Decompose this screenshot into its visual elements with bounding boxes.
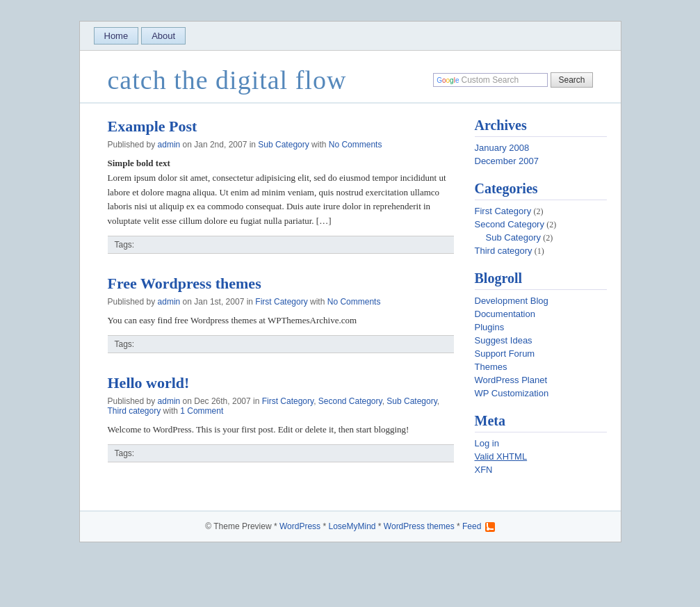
google-logo: Google	[437, 76, 459, 84]
meta-date-themes: on Jan 1st, 2007 in	[183, 297, 256, 307]
meta-category-themes[interactable]: First Category	[255, 297, 307, 307]
meta-prefix: Published by	[108, 140, 158, 149]
footer-feed[interactable]: Feed	[462, 521, 481, 531]
sidebar-blogroll: Blogroll Development Blog Documentation …	[475, 270, 607, 399]
cat-sub[interactable]: Sub Category	[486, 232, 542, 243]
meta-login[interactable]: Log in	[475, 438, 499, 448]
list-item: Second Category (2)	[475, 219, 607, 230]
archives-list: January 2008 December 2007	[475, 143, 607, 167]
cat-first[interactable]: First Category	[475, 206, 532, 216]
sidebar-categories: Categories First Category (2) Second Cat…	[475, 181, 607, 257]
meta-author-themes[interactable]: admin	[158, 297, 181, 307]
blogroll-documentation[interactable]: Documentation	[475, 309, 535, 319]
meta-xfn[interactable]: XFN	[475, 464, 493, 475]
meta-comments-example[interactable]: No Comments	[329, 140, 382, 149]
post-example: Example Post Published by admin on Jan 2…	[108, 118, 454, 254]
footer-separator-1: *	[274, 521, 279, 531]
list-item: XFN	[475, 464, 607, 476]
meta-cat4-hello[interactable]: Third category	[108, 406, 161, 416]
blogroll-themes[interactable]: Themes	[475, 362, 507, 372]
list-item: Documentation	[475, 309, 607, 320]
post-body-text-example: Lorem ipsum dolor sit amet, consectetur …	[108, 172, 446, 226]
footer-copyright: © Theme Preview	[205, 521, 271, 531]
post-title-hello: Hello world!	[108, 374, 454, 392]
archive-dec-2007[interactable]: December 2007	[475, 156, 539, 166]
post-hello-world: Hello world! Published by admin on Dec 2…	[108, 374, 454, 462]
cat-sub-count: (2)	[543, 233, 553, 243]
list-item: Suggest Ideas	[475, 335, 607, 346]
post-meta-hello: Published by admin on Dec 26th, 2007 in …	[108, 396, 454, 416]
blogroll-wp-customization[interactable]: WP Customization	[475, 388, 549, 398]
footer: © Theme Preview * WordPress * LoseMyMind…	[80, 510, 621, 542]
nav-about[interactable]: About	[141, 27, 186, 44]
tags-bar-example: Tags:	[108, 236, 454, 254]
post-body-themes: You can easy find free Wordpress themes …	[108, 314, 454, 328]
feed-icon	[485, 522, 495, 532]
cat-third-count: (1)	[535, 246, 544, 256]
blogroll-plugins[interactable]: Plugins	[475, 322, 505, 332]
meta-comment-prefix-themes: with	[310, 297, 327, 307]
meta-valid-xhtml[interactable]: Valid XHTML	[475, 451, 528, 462]
footer-wp-themes[interactable]: WordPress themes	[384, 521, 455, 531]
meta-date-example: on Jan 2nd, 2007 in	[183, 140, 259, 149]
meta-cat3-hello[interactable]: Sub Category	[386, 396, 437, 406]
post-title-link-themes[interactable]: Free Wordpress themes	[108, 275, 261, 292]
post-bold-text: Simple bold text	[108, 158, 170, 168]
list-item: Sub Category (2)	[475, 232, 607, 243]
blogroll-wp-planet[interactable]: WordPress Planet	[475, 375, 548, 385]
blogroll-dev-blog[interactable]: Development Blog	[475, 296, 548, 306]
post-body-text-themes: You can easy find free Wordpress themes …	[108, 315, 357, 325]
categories-list: First Category (2) Second Category (2) S…	[475, 206, 607, 257]
list-item: December 2007	[475, 156, 607, 167]
post-title-link-hello[interactable]: Hello world!	[108, 374, 190, 391]
cat-second[interactable]: Second Category	[475, 219, 544, 229]
meta-comments-themes[interactable]: No Comments	[327, 297, 381, 307]
search-input[interactable]	[461, 75, 544, 85]
post-title-link-example[interactable]: Example Post	[108, 118, 197, 135]
meta-category-example[interactable]: Sub Category	[258, 140, 309, 149]
list-item: WP Customization	[475, 388, 607, 399]
list-item: WordPress Planet	[475, 375, 607, 386]
meta-cat1-hello[interactable]: First Category	[262, 396, 314, 406]
cat-third[interactable]: Third category	[475, 245, 532, 256]
blogroll-support-forum[interactable]: Support Forum	[475, 348, 535, 359]
meta-author-hello[interactable]: admin	[158, 396, 181, 406]
sidebar: Archives January 2008 December 2007 Cate…	[468, 118, 607, 489]
list-item: Themes	[475, 362, 607, 373]
post-meta-themes: Published by admin on Jan 1st, 2007 in F…	[108, 297, 454, 307]
archive-jan-2008[interactable]: January 2008	[475, 143, 530, 153]
meta-prefix-hello: Published by	[108, 396, 158, 406]
meta-date-hello: on Dec 26th, 2007 in	[183, 396, 262, 406]
meta-comment-prefix-example: with	[311, 140, 329, 149]
footer-losemymind[interactable]: LoseMyMind	[328, 521, 375, 531]
list-item: Valid XHTML	[475, 451, 607, 462]
tags-bar-themes: Tags:	[108, 335, 454, 353]
page-wrapper: Home About catch the digital flow Google…	[79, 21, 621, 542]
meta-prefix-themes: Published by	[108, 297, 158, 307]
post-title-themes: Free Wordpress themes	[108, 275, 454, 293]
cat-second-count: (2)	[546, 220, 556, 229]
footer-wordpress[interactable]: WordPress	[279, 521, 320, 531]
blogroll-heading: Blogroll	[475, 270, 607, 290]
list-item: Support Forum	[475, 348, 607, 359]
post-body-hello: Welcome to WordPress. This is your first…	[108, 423, 454, 437]
header: catch the digital flow Google Search	[80, 51, 621, 104]
post-meta-example: Published by admin on Jan 2nd, 2007 in S…	[108, 140, 454, 149]
meta-heading: Meta	[475, 413, 607, 432]
search-button[interactable]: Search	[551, 72, 592, 88]
post-title-example: Example Post	[108, 118, 454, 136]
blogroll-suggest-ideas[interactable]: Suggest Ideas	[475, 335, 532, 346]
meta-author-example[interactable]: admin	[158, 140, 181, 149]
list-item: Log in	[475, 438, 607, 449]
tags-bar-hello: Tags:	[108, 444, 454, 462]
meta-comment-prefix-hello: with	[163, 406, 181, 416]
meta-cat2-hello[interactable]: Second Category	[318, 396, 382, 406]
list-item: Development Blog	[475, 296, 607, 307]
nav-home[interactable]: Home	[94, 27, 139, 44]
list-item: Plugins	[475, 322, 607, 333]
footer-separator-4: *	[457, 521, 462, 531]
post-body-example: Simple bold text Lorem ipsum dolor sit a…	[108, 156, 454, 229]
cat-first-count: (2)	[533, 207, 543, 216]
meta-comments-hello[interactable]: 1 Comment	[180, 406, 223, 416]
list-item: Third category (1)	[475, 245, 607, 257]
